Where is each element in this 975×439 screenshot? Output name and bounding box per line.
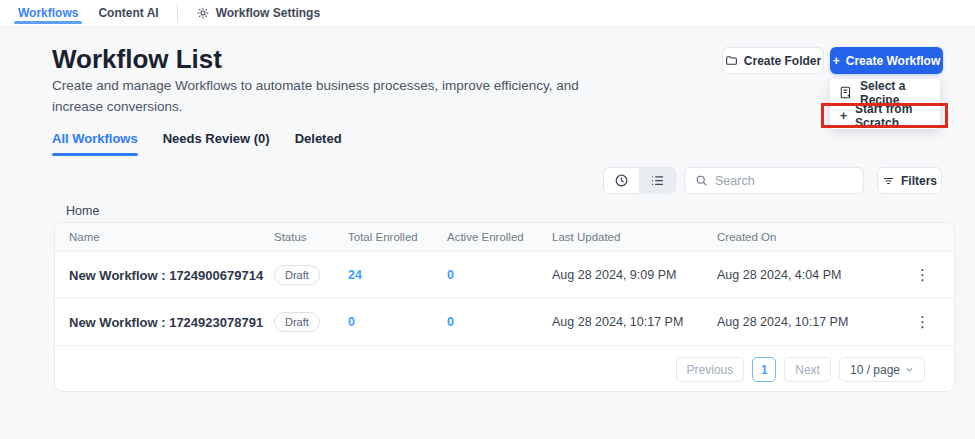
row-actions-kebab-icon[interactable]: ⋮ bbox=[909, 313, 937, 331]
nav-item-label: Workflow Settings bbox=[216, 6, 320, 20]
nav-item-workflow-settings[interactable]: Workflow Settings bbox=[186, 0, 330, 26]
nav-item-label: Content AI bbox=[98, 6, 158, 20]
create-workflow-label: Create Workflow bbox=[846, 54, 940, 68]
filters-label: Filters bbox=[901, 174, 937, 188]
filters-button[interactable]: Filters bbox=[877, 167, 942, 194]
status-badge: Draft bbox=[274, 312, 320, 332]
filter-icon bbox=[882, 175, 895, 187]
plus-icon: + bbox=[840, 109, 847, 123]
create-folder-button[interactable]: Create Folder bbox=[722, 47, 824, 74]
tab-deleted[interactable]: Deleted bbox=[295, 131, 342, 156]
menu-item-start-from-scratch[interactable]: + Start from Scratch bbox=[830, 104, 940, 127]
active-enrolled-link[interactable]: 0 bbox=[447, 268, 552, 282]
column-header-total-enrolled: Total Enrolled bbox=[348, 231, 447, 243]
workflow-name-link[interactable]: New Workflow : 1724900679714 bbox=[55, 268, 274, 283]
tab-label: Needs Review (0) bbox=[163, 131, 270, 146]
table-row: New Workflow : 1724900679714 Draft 24 0 … bbox=[55, 252, 954, 299]
menu-item-label: Start from Scratch bbox=[855, 102, 930, 130]
list-icon bbox=[650, 173, 665, 188]
current-page-button[interactable]: 1 bbox=[752, 357, 776, 382]
column-header-created-on: Created On bbox=[717, 231, 892, 243]
active-tab-underline bbox=[52, 153, 138, 156]
table-row: New Workflow : 1724923078791 Draft 0 0 A… bbox=[55, 299, 954, 346]
search-box bbox=[684, 167, 864, 194]
active-nav-underline bbox=[14, 21, 82, 24]
tab-needs-review[interactable]: Needs Review (0) bbox=[163, 131, 270, 156]
column-header-status: Status bbox=[274, 231, 348, 243]
page-size-label: 10 / page bbox=[850, 363, 900, 377]
active-enrolled-link[interactable]: 0 bbox=[447, 315, 552, 329]
created-on-value: Aug 28 2024, 10:17 PM bbox=[717, 315, 892, 329]
nav-item-label: Workflows bbox=[18, 6, 78, 20]
folder-icon bbox=[725, 54, 738, 67]
nav-divider bbox=[177, 5, 178, 21]
clock-icon bbox=[614, 173, 629, 188]
pagination: Previous 1 Next 10 / page bbox=[676, 357, 925, 382]
workflow-tabs: All Workflows Needs Review (0) Deleted bbox=[52, 131, 342, 156]
workflow-table-card: Name Status Total Enrolled Active Enroll… bbox=[54, 222, 955, 392]
plus-icon: + bbox=[833, 54, 840, 68]
top-nav: Workflows Content AI Workflow Settings bbox=[0, 0, 975, 27]
page-size-select[interactable]: 10 / page bbox=[839, 357, 925, 382]
list-view-button[interactable] bbox=[639, 168, 675, 193]
gear-icon bbox=[196, 6, 210, 20]
column-header-name: Name bbox=[55, 231, 274, 243]
column-header-last-updated: Last Updated bbox=[552, 231, 717, 243]
tab-all-workflows[interactable]: All Workflows bbox=[52, 131, 138, 156]
created-on-value: Aug 28 2024, 4:04 PM bbox=[717, 268, 892, 282]
recent-view-button[interactable] bbox=[604, 168, 639, 193]
total-enrolled-link[interactable]: 0 bbox=[348, 315, 447, 329]
view-toggle-group bbox=[603, 167, 676, 194]
page-title: Workflow List bbox=[52, 44, 222, 75]
chevron-down-icon bbox=[905, 365, 914, 374]
column-header-active-enrolled: Active Enrolled bbox=[447, 231, 552, 243]
breadcrumb[interactable]: Home bbox=[66, 204, 99, 218]
status-badge: Draft bbox=[274, 265, 320, 285]
workflow-name-link[interactable]: New Workflow : 1724923078791 bbox=[55, 315, 274, 330]
recipe-icon bbox=[840, 86, 852, 99]
last-updated-value: Aug 28 2024, 10:17 PM bbox=[552, 315, 717, 329]
row-actions-kebab-icon[interactable]: ⋮ bbox=[909, 266, 937, 284]
search-icon bbox=[695, 174, 708, 187]
tab-label: Deleted bbox=[295, 131, 342, 146]
create-folder-label: Create Folder bbox=[744, 54, 821, 68]
table-header-row: Name Status Total Enrolled Active Enroll… bbox=[55, 223, 954, 252]
last-updated-value: Aug 28 2024, 9:09 PM bbox=[552, 268, 717, 282]
search-input[interactable] bbox=[715, 174, 853, 188]
next-page-button[interactable]: Next bbox=[784, 357, 831, 382]
page-description: Create and manage Workflows to automate … bbox=[52, 76, 592, 118]
nav-item-content-ai[interactable]: Content AI bbox=[88, 0, 168, 26]
total-enrolled-link[interactable]: 24 bbox=[348, 268, 447, 282]
create-workflow-button[interactable]: + Create Workflow bbox=[830, 47, 943, 74]
create-workflow-dropdown: Select a Recipe + Start from Scratch bbox=[830, 79, 940, 129]
nav-item-workflows[interactable]: Workflows bbox=[8, 0, 88, 26]
tab-label: All Workflows bbox=[52, 131, 138, 146]
previous-page-button[interactable]: Previous bbox=[676, 357, 745, 382]
